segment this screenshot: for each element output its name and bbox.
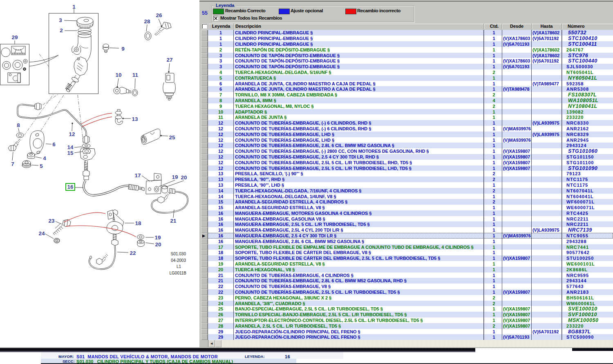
svg-text:16: 16 [67,184,74,190]
svg-text:20: 20 [181,174,187,181]
svg-text:27: 27 [166,57,172,63]
svg-text:7: 7 [11,161,14,167]
svg-text:23: 23 [48,218,55,224]
svg-text:LG0011B: LG0011B [169,271,186,275]
svg-text:12: 12 [69,131,75,137]
svg-text:4: 4 [43,155,46,161]
svg-text:13: 13 [132,116,138,122]
svg-text:21: 21 [170,218,177,224]
svg-text:8: 8 [17,122,20,128]
svg-text:11: 11 [132,72,139,78]
svg-text:5: 5 [40,163,43,169]
svg-text:28: 28 [144,18,150,25]
svg-text:9: 9 [121,46,125,52]
svg-text:29: 29 [11,34,18,40]
svg-text:15: 15 [67,150,74,156]
svg-text:3: 3 [59,17,62,23]
svg-text:24: 24 [38,230,45,237]
svg-text:6: 6 [52,141,56,147]
svg-text:1: 1 [72,4,76,10]
svg-text:10: 10 [115,72,121,78]
svg-text:14: 14 [67,144,74,150]
svg-text:04-2003: 04-2003 [171,258,186,263]
svg-text:19: 19 [172,174,178,180]
svg-text:18: 18 [135,220,141,226]
svg-text:25: 25 [169,134,175,141]
svg-text:2: 2 [60,27,63,33]
svg-text:L1: L1 [177,264,181,269]
svg-text:17: 17 [134,172,141,179]
svg-text:26: 26 [156,12,162,18]
svg-text:22: 22 [130,250,136,256]
svg-text:S01.030: S01.030 [171,252,186,256]
svg-text:19: 19 [154,234,161,241]
svg-text:20: 20 [155,241,161,248]
